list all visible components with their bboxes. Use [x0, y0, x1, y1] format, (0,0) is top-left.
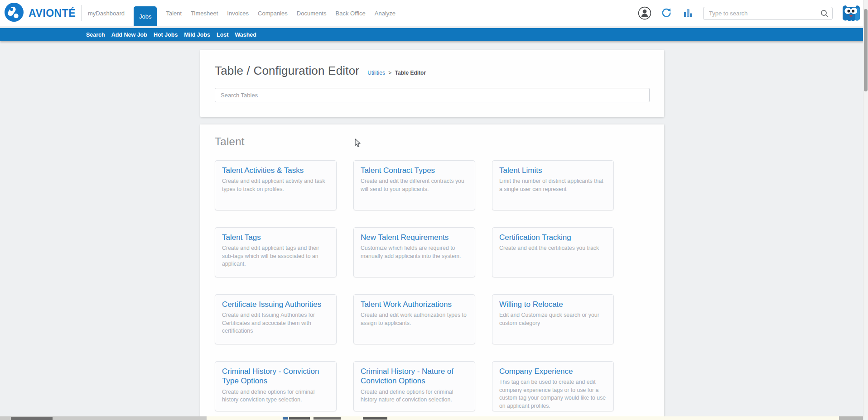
scrollbar-track[interactable]	[863, 0, 868, 420]
jobs-subnav: Search Add New Job Hot Jobs Mild Jobs Lo…	[0, 28, 868, 41]
global-search	[703, 7, 833, 20]
card-title: Talent Limits	[499, 166, 607, 175]
card-description: Customize which fields are required to m…	[361, 244, 468, 260]
subnav-lost[interactable]: Lost	[217, 32, 228, 38]
card-description: Create and define options for criminal h…	[361, 388, 468, 404]
brand[interactable]: AVIONTÉ	[0, 2, 76, 24]
card-title: Talent Work Authorizations	[361, 300, 468, 309]
bottom-artifact	[363, 417, 387, 420]
card-talent-contract-types[interactable]: Talent Contract Types Create and edit th…	[353, 160, 475, 210]
breadcrumb-separator: >	[388, 70, 391, 76]
card-talent-limits[interactable]: Talent Limits Limit the number of distin…	[492, 160, 614, 210]
card-description: Create and edit the certificates you tra…	[499, 244, 607, 252]
table-editor-header-panel: Table / Configuration Editor Utilities >…	[200, 50, 664, 117]
header-divider	[81, 5, 82, 21]
nav-talent[interactable]: Talent	[166, 10, 182, 17]
user-avatar-icon[interactable]	[638, 6, 651, 20]
bottom-left-artifact	[11, 417, 53, 420]
subnav-search[interactable]: Search	[86, 32, 105, 38]
mouse-cursor-icon	[355, 138, 362, 149]
bottom-artifact	[289, 417, 310, 420]
card-title: New Talent Requirements	[361, 233, 468, 242]
bottom-edge-strip	[0, 416, 868, 420]
card-title: Company Experience	[499, 367, 607, 376]
card-willing-to-relocate[interactable]: Willing to Relocate Edit and Customize q…	[492, 294, 614, 344]
bottom-artifact	[283, 417, 288, 420]
card-talent-work-authorizations[interactable]: Talent Work Authorizations Create and ed…	[353, 294, 475, 344]
scrollbar-thumb[interactable]	[864, 9, 868, 91]
nav-back-office[interactable]: Back Office	[336, 10, 366, 17]
bottom-strip-middle	[207, 416, 839, 420]
card-new-talent-requirements[interactable]: New Talent Requirements Customize which …	[353, 227, 475, 277]
subnav-mild-jobs[interactable]: Mild Jobs	[184, 32, 210, 38]
section-heading: Talent	[215, 135, 650, 148]
card-title: Talent Activities & Tasks	[222, 166, 329, 175]
refresh-icon[interactable]	[660, 6, 673, 20]
bar-chart-icon[interactable]	[681, 6, 695, 20]
card-description: Create and edit applicant tags and their…	[222, 244, 329, 268]
talent-section-panel: Talent Talent Activities & Tasks Create …	[200, 124, 664, 420]
cards-grid: Talent Activities & Tasks Create and edi…	[215, 160, 650, 411]
nav-invoices[interactable]: Invoices	[227, 10, 249, 17]
card-criminal-history-nature-of-conviction[interactable]: Criminal History - Nature of Conviction …	[353, 361, 475, 411]
card-description: Create and edit work authorization types…	[361, 311, 468, 327]
card-talent-tags[interactable]: Talent Tags Create and edit applicant ta…	[215, 227, 337, 277]
card-certification-tracking[interactable]: Certification Tracking Create and edit t…	[492, 227, 614, 277]
nav-mydashboard[interactable]: myDashboard	[88, 10, 125, 17]
card-title: Criminal History - Nature of Conviction …	[361, 367, 468, 386]
brand-name: AVIONTÉ	[29, 7, 76, 19]
main-nav: myDashboard Jobs Talent Timesheet Invoic…	[88, 0, 395, 26]
card-title: Willing to Relocate	[499, 300, 607, 309]
avionte-logo-icon	[4, 2, 24, 24]
breadcrumb: Utilities > Table Editor	[367, 70, 426, 76]
card-title: Certificate Issuing Authorities	[222, 300, 329, 309]
card-title: Criminal History - Conviction Type Optio…	[222, 367, 329, 386]
breadcrumb-current: Table Editor	[395, 70, 426, 76]
card-criminal-history-conviction-type[interactable]: Criminal History - Conviction Type Optio…	[215, 361, 337, 411]
card-description: Limit the number of distinct applicants …	[499, 177, 607, 193]
breadcrumb-utilities-link[interactable]: Utilities	[367, 70, 385, 76]
card-certificate-issuing-authorities[interactable]: Certificate Issuing Authorities Create a…	[215, 294, 337, 344]
card-description: This tag can be used to create and edit …	[499, 378, 607, 410]
global-search-input[interactable]	[703, 7, 833, 20]
bottom-artifact	[313, 417, 341, 420]
nav-companies[interactable]: Companies	[258, 10, 288, 17]
search-tables-input[interactable]	[215, 88, 650, 102]
header-actions	[638, 4, 868, 22]
nav-timesheet[interactable]: Timesheet	[191, 10, 218, 17]
card-description: Create and edit applicant activity and t…	[222, 177, 329, 193]
owl-mascot-icon[interactable]	[841, 4, 862, 22]
card-title: Talent Tags	[222, 233, 329, 242]
card-description: Create and edit the different contracts …	[361, 177, 468, 193]
subnav-hot-jobs[interactable]: Hot Jobs	[154, 32, 178, 38]
subnav-washed[interactable]: Washed	[235, 32, 256, 38]
nav-analyze[interactable]: Analyze	[375, 10, 395, 17]
nav-documents[interactable]: Documents	[297, 10, 327, 17]
top-header: AVIONTÉ myDashboard Jobs Talent Timeshee…	[0, 0, 868, 26]
card-title: Certification Tracking	[499, 233, 607, 242]
card-description: Create and define options for criminal h…	[222, 388, 329, 404]
card-talent-activities-tasks[interactable]: Talent Activities & Tasks Create and edi…	[215, 160, 337, 210]
card-description: Edit and Customize quick search or your …	[499, 311, 607, 327]
search-icon[interactable]	[820, 10, 829, 19]
subnav-add-new-job[interactable]: Add New Job	[111, 32, 147, 38]
nav-jobs[interactable]: Jobs	[134, 6, 157, 26]
card-title: Talent Contract Types	[361, 166, 468, 175]
page-title: Table / Configuration Editor	[215, 64, 359, 78]
card-company-experience[interactable]: Company Experience This tag can be used …	[492, 361, 614, 411]
card-description: Create and edit Issuing Authorities for …	[222, 311, 329, 335]
